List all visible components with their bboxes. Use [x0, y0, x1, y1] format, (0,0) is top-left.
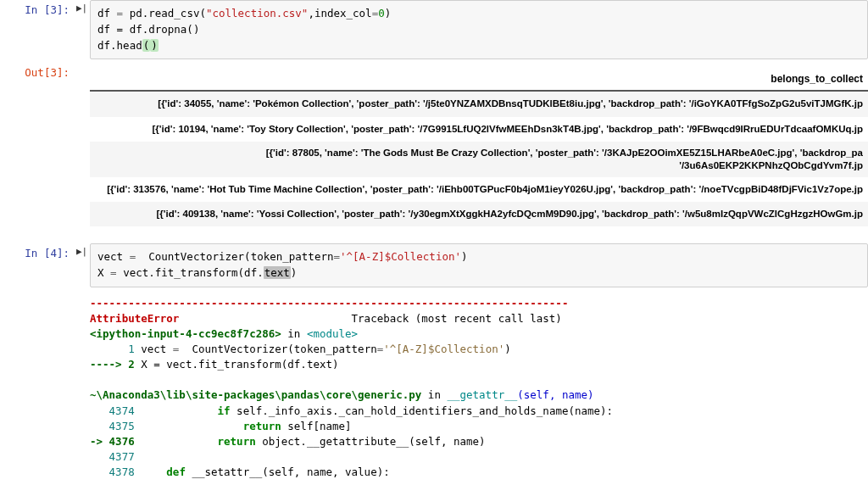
traceback-file: ~\Anaconda3\lib\site-packages\pandas\cor…	[90, 388, 421, 401]
code-input-4[interactable]: vect = CountVectorizer(token_pattern='^[…	[90, 243, 868, 287]
dataframe-output: belongs_to_collect [{'id': 34055, 'name'…	[90, 63, 868, 231]
traceback-arrow: -> 4376	[90, 435, 135, 448]
table-row: [{'id': 313576, 'name': 'Hot Tub Time Ma…	[90, 177, 868, 202]
error-output-4: ----------------------------------------…	[0, 291, 868, 485]
run-cell-button[interactable]: ▶|	[76, 0, 90, 59]
code-cell-3: In [3]: ▶| df = pd.read_csv("collection.…	[0, 0, 868, 59]
table-row: [{'id': 34055, 'name': 'Pokémon Collecti…	[90, 92, 868, 116]
df-column-header: belongs_to_collect	[90, 68, 868, 92]
run-cell-button[interactable]: ▶|	[76, 243, 90, 287]
table-row: [{'id': 87805, 'name': 'The Gods Must Be…	[90, 142, 868, 177]
input-prompt-3: In [3]:	[0, 0, 76, 59]
traceback: ----------------------------------------…	[90, 291, 868, 485]
table-row: [{'id': 10194, 'name': 'Toy Story Collec…	[90, 117, 868, 142]
output-prompt-3: Out[3]:	[0, 63, 76, 231]
traceback-divider: ----------------------------------------…	[90, 297, 568, 309]
code-cell-4: In [4]: ▶| vect = CountVectorizer(token_…	[0, 243, 868, 287]
traceback-arrow: ----> 2	[90, 358, 135, 371]
input-prompt-4: In [4]:	[0, 243, 76, 287]
code-input-3[interactable]: df = pd.read_csv("collection.csv",index_…	[90, 0, 868, 59]
table-row: [{'id': 409138, 'name': 'Yossi Collectio…	[90, 202, 868, 226]
output-cell-3: Out[3]: belongs_to_collect [{'id': 34055…	[0, 63, 868, 231]
traceback-file: <ipython-input-4-cc9ec8f7c286>	[90, 327, 281, 340]
error-name: AttributeError	[90, 312, 179, 325]
